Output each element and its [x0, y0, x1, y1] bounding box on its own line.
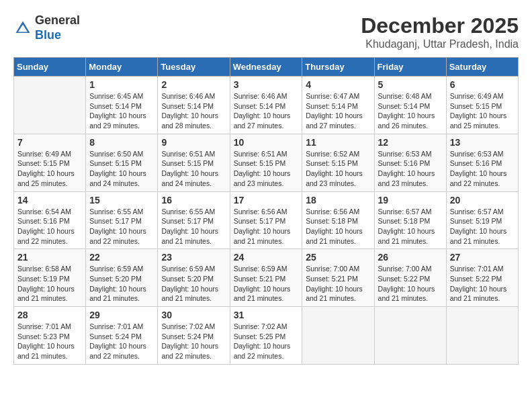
- day-info: Sunrise: 6:52 AM Sunset: 5:15 PM Dayligh…: [306, 149, 370, 189]
- day-number: 6: [450, 79, 515, 90]
- calendar-cell: 6Sunrise: 6:49 AM Sunset: 5:15 PM Daylig…: [446, 77, 518, 134]
- day-info: Sunrise: 7:01 AM Sunset: 5:22 PM Dayligh…: [450, 264, 515, 304]
- day-number: 8: [89, 137, 154, 148]
- day-number: 25: [306, 252, 370, 263]
- calendar-cell: 22Sunrise: 6:59 AM Sunset: 5:20 PM Dayli…: [86, 249, 158, 307]
- day-info: Sunrise: 6:59 AM Sunset: 5:21 PM Dayligh…: [234, 264, 299, 304]
- logo: General Blue: [13, 13, 80, 42]
- page-header: General Blue December 2025 Khudaganj, Ut…: [13, 13, 519, 50]
- day-number: 19: [378, 195, 443, 205]
- calendar-cell: 16Sunrise: 6:55 AM Sunset: 5:17 PM Dayli…: [158, 191, 230, 249]
- day-number: 11: [306, 137, 370, 148]
- day-info: Sunrise: 6:57 AM Sunset: 5:18 PM Dayligh…: [378, 207, 443, 246]
- day-info: Sunrise: 7:01 AM Sunset: 5:23 PM Dayligh…: [17, 322, 82, 361]
- day-number: 2: [161, 79, 226, 90]
- weekday-header: Monday: [86, 58, 158, 77]
- weekday-header: Saturday: [446, 58, 518, 77]
- day-info: Sunrise: 6:51 AM Sunset: 5:15 PM Dayligh…: [234, 149, 299, 189]
- day-info: Sunrise: 6:54 AM Sunset: 5:16 PM Dayligh…: [17, 207, 82, 246]
- day-info: Sunrise: 6:49 AM Sunset: 5:15 PM Dayligh…: [450, 91, 515, 131]
- calendar-cell: [302, 307, 374, 365]
- day-number: 3: [234, 79, 299, 90]
- day-info: Sunrise: 6:55 AM Sunset: 5:17 PM Dayligh…: [89, 207, 154, 246]
- day-number: 31: [234, 310, 299, 320]
- weekday-header: Tuesday: [158, 58, 230, 77]
- title-block: December 2025 Khudaganj, Uttar Pradesh, …: [361, 13, 519, 50]
- day-number: 16: [161, 195, 226, 205]
- day-info: Sunrise: 7:00 AM Sunset: 5:22 PM Dayligh…: [378, 264, 443, 304]
- day-number: 13: [450, 137, 515, 148]
- logo-blue-text: Blue: [35, 28, 61, 42]
- day-info: Sunrise: 6:57 AM Sunset: 5:19 PM Dayligh…: [450, 207, 515, 246]
- calendar-cell: 15Sunrise: 6:55 AM Sunset: 5:17 PM Dayli…: [86, 191, 158, 249]
- calendar-cell: 3Sunrise: 6:46 AM Sunset: 5:14 PM Daylig…: [230, 77, 302, 134]
- calendar-cell: 26Sunrise: 7:00 AM Sunset: 5:22 PM Dayli…: [374, 249, 446, 307]
- day-number: 30: [161, 310, 226, 320]
- day-info: Sunrise: 7:00 AM Sunset: 5:21 PM Dayligh…: [306, 264, 370, 304]
- weekday-header: Thursday: [302, 58, 374, 77]
- calendar-week-row: 14Sunrise: 6:54 AM Sunset: 5:16 PM Dayli…: [14, 191, 519, 249]
- day-info: Sunrise: 6:58 AM Sunset: 5:19 PM Dayligh…: [17, 264, 82, 304]
- day-info: Sunrise: 6:59 AM Sunset: 5:20 PM Dayligh…: [89, 264, 154, 304]
- day-number: 29: [89, 310, 154, 320]
- calendar-table: SundayMondayTuesdayWednesdayThursdayFrid…: [13, 57, 519, 365]
- calendar-body: 1Sunrise: 6:45 AM Sunset: 5:14 PM Daylig…: [14, 77, 519, 365]
- day-number: 10: [234, 137, 299, 148]
- day-number: 22: [89, 252, 154, 263]
- calendar-cell: 2Sunrise: 6:46 AM Sunset: 5:14 PM Daylig…: [158, 77, 230, 134]
- day-info: Sunrise: 6:46 AM Sunset: 5:14 PM Dayligh…: [234, 91, 299, 131]
- calendar-cell: 8Sunrise: 6:50 AM Sunset: 5:15 PM Daylig…: [86, 134, 158, 191]
- weekday-header: Wednesday: [230, 58, 302, 77]
- logo-text: General Blue: [35, 13, 80, 42]
- day-info: Sunrise: 6:51 AM Sunset: 5:15 PM Dayligh…: [161, 149, 226, 189]
- calendar-cell: 25Sunrise: 7:00 AM Sunset: 5:21 PM Dayli…: [302, 249, 374, 307]
- day-number: 5: [378, 79, 443, 90]
- calendar-cell: 5Sunrise: 6:48 AM Sunset: 5:14 PM Daylig…: [374, 77, 446, 134]
- calendar-cell: 23Sunrise: 6:59 AM Sunset: 5:20 PM Dayli…: [158, 249, 230, 307]
- weekday-header: Friday: [374, 58, 446, 77]
- day-number: 18: [306, 195, 370, 205]
- calendar-cell: 28Sunrise: 7:01 AM Sunset: 5:23 PM Dayli…: [14, 307, 86, 365]
- calendar-cell: 29Sunrise: 7:01 AM Sunset: 5:24 PM Dayli…: [86, 307, 158, 365]
- calendar-cell: 18Sunrise: 6:56 AM Sunset: 5:18 PM Dayli…: [302, 191, 374, 249]
- calendar-cell: 19Sunrise: 6:57 AM Sunset: 5:18 PM Dayli…: [374, 191, 446, 249]
- day-info: Sunrise: 7:02 AM Sunset: 5:25 PM Dayligh…: [234, 322, 299, 361]
- day-number: 23: [161, 252, 226, 263]
- calendar-cell: [446, 307, 518, 365]
- day-number: 17: [234, 195, 299, 205]
- calendar-week-row: 1Sunrise: 6:45 AM Sunset: 5:14 PM Daylig…: [14, 77, 519, 134]
- calendar-cell: 14Sunrise: 6:54 AM Sunset: 5:16 PM Dayli…: [14, 191, 86, 249]
- day-number: 15: [89, 195, 154, 205]
- day-info: Sunrise: 6:56 AM Sunset: 5:17 PM Dayligh…: [234, 207, 299, 246]
- calendar-cell: 7Sunrise: 6:49 AM Sunset: 5:15 PM Daylig…: [14, 134, 86, 191]
- day-info: Sunrise: 7:01 AM Sunset: 5:24 PM Dayligh…: [89, 322, 154, 361]
- calendar-cell: [14, 77, 86, 134]
- day-info: Sunrise: 6:45 AM Sunset: 5:14 PM Dayligh…: [89, 91, 154, 131]
- calendar-cell: 20Sunrise: 6:57 AM Sunset: 5:19 PM Dayli…: [446, 191, 518, 249]
- day-info: Sunrise: 6:56 AM Sunset: 5:18 PM Dayligh…: [306, 207, 370, 246]
- day-number: 4: [306, 79, 370, 90]
- day-info: Sunrise: 6:55 AM Sunset: 5:17 PM Dayligh…: [161, 207, 226, 246]
- day-info: Sunrise: 7:02 AM Sunset: 5:24 PM Dayligh…: [161, 322, 226, 361]
- day-number: 20: [450, 195, 515, 205]
- calendar-cell: 24Sunrise: 6:59 AM Sunset: 5:21 PM Dayli…: [230, 249, 302, 307]
- day-number: 14: [17, 195, 82, 205]
- day-number: 7: [17, 137, 82, 148]
- calendar-cell: 27Sunrise: 7:01 AM Sunset: 5:22 PM Dayli…: [446, 249, 518, 307]
- day-number: 1: [89, 79, 154, 90]
- calendar-cell: 1Sunrise: 6:45 AM Sunset: 5:14 PM Daylig…: [86, 77, 158, 134]
- day-number: 9: [161, 137, 226, 148]
- calendar-cell: 21Sunrise: 6:58 AM Sunset: 5:19 PM Dayli…: [14, 249, 86, 307]
- calendar-cell: [374, 307, 446, 365]
- month-title: December 2025: [361, 13, 519, 38]
- weekday-header: Sunday: [14, 58, 86, 77]
- calendar-week-row: 7Sunrise: 6:49 AM Sunset: 5:15 PM Daylig…: [14, 134, 519, 191]
- day-number: 27: [450, 252, 515, 263]
- day-number: 24: [234, 252, 299, 263]
- calendar-cell: 10Sunrise: 6:51 AM Sunset: 5:15 PM Dayli…: [230, 134, 302, 191]
- day-info: Sunrise: 6:48 AM Sunset: 5:14 PM Dayligh…: [378, 91, 443, 131]
- day-info: Sunrise: 6:46 AM Sunset: 5:14 PM Dayligh…: [161, 91, 226, 131]
- calendar-header-row: SundayMondayTuesdayWednesdayThursdayFrid…: [14, 58, 519, 77]
- calendar-cell: 31Sunrise: 7:02 AM Sunset: 5:25 PM Dayli…: [230, 307, 302, 365]
- calendar-cell: 30Sunrise: 7:02 AM Sunset: 5:24 PM Dayli…: [158, 307, 230, 365]
